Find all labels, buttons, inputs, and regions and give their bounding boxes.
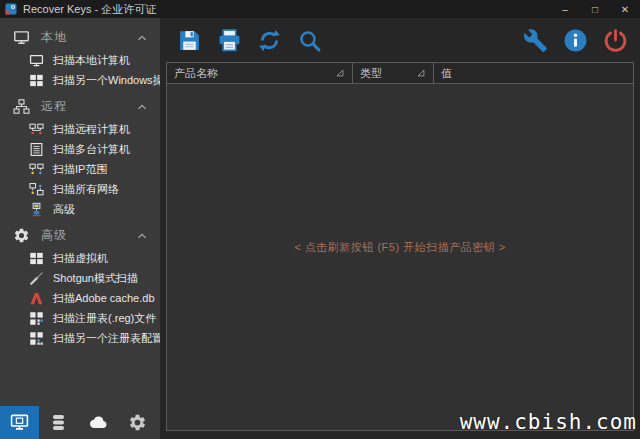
shotgun-icon: [29, 271, 44, 286]
column-label: 值: [441, 66, 452, 81]
cloud-icon: [89, 413, 108, 432]
settings-wrench-button[interactable]: [522, 27, 548, 53]
power-icon: [603, 28, 628, 53]
sidebar-item-shotgun-scan[interactable]: Shotgun模式扫描: [0, 268, 160, 288]
sidebar-item-label: 扫描远程计算机: [53, 122, 130, 137]
sidebar-item-label: 高级: [53, 202, 75, 217]
sidebar-item-label: Shotgun模式扫描: [53, 271, 138, 286]
sidebar-item-label: 扫描所有网络: [53, 182, 119, 197]
window-title: Recover Keys - 企业许可证: [23, 2, 156, 17]
all-networks-icon: [29, 182, 44, 197]
sidebar-section-remote: 远程 扫描远程计算机 扫描多台计算机: [0, 94, 160, 219]
titlebar: Recover Keys - 企业许可证 – □ ✕: [0, 0, 640, 18]
monitor-icon: [29, 53, 44, 68]
empty-state-message: < 点击刷新按钮 (F5) 开始扫描产品密钥 >: [167, 240, 633, 255]
wrench-icon: [523, 28, 548, 53]
column-label: 类型: [360, 66, 382, 81]
database-icon: [49, 413, 68, 432]
app-window: Recover Keys - 企业许可证 – □ ✕ 本地: [0, 0, 640, 439]
sidebar-item-remote-advanced[interactable]: 高级: [0, 199, 160, 219]
tab-local-computer[interactable]: [0, 406, 39, 439]
chevron-up-icon[interactable]: [136, 101, 148, 113]
sidebar-item-scan-remote-computer[interactable]: 扫描远程计算机: [0, 119, 160, 139]
remote-computers-icon: [29, 122, 44, 137]
print-button[interactable]: [216, 27, 242, 53]
exit-button[interactable]: [602, 27, 628, 53]
sidebar-item-scan-local-computer[interactable]: 扫描本地计算机: [0, 50, 160, 70]
watermark-text: www.cbish.com: [460, 410, 637, 434]
registry-hive-icon: [29, 331, 44, 346]
tab-database[interactable]: [39, 406, 78, 439]
search-button[interactable]: [296, 27, 322, 53]
sidebar: 本地 扫描本地计算机 扫描另一个Windows操作系统: [0, 18, 160, 439]
sidebar-item-scan-registry-file[interactable]: 扫描注册表(.reg)文件: [0, 308, 160, 328]
sidebar-item-label: 扫描Adobe cache.db: [53, 291, 155, 306]
sort-icon: [335, 68, 345, 78]
network-nodes-icon: [13, 98, 30, 115]
gear-icon: [13, 227, 30, 244]
tab-settings[interactable]: [118, 406, 157, 439]
refresh-icon: [257, 28, 282, 53]
sidebar-item-label: 扫描多台计算机: [53, 142, 130, 157]
ip-range-icon: [29, 162, 44, 177]
sidebar-item-label: 扫描虚拟机: [53, 251, 108, 266]
sidebar-item-scan-ip-range[interactable]: 扫描IP范围: [0, 159, 160, 179]
registry-file-icon: [29, 311, 44, 326]
computer-monitor-icon: [10, 413, 29, 432]
main-panel: 产品名称 类型 值 <: [160, 18, 640, 439]
column-header-value[interactable]: 值: [434, 63, 633, 83]
refresh-button[interactable]: [256, 27, 282, 53]
network-advanced-icon: [29, 202, 44, 217]
sidebar-section-local: 本地 扫描本地计算机 扫描另一个Windows操作系统: [0, 25, 160, 90]
section-label: 本地: [41, 29, 67, 46]
tab-cloud[interactable]: [79, 406, 118, 439]
window-controls: – □ ✕: [550, 0, 640, 18]
section-header-advanced[interactable]: 高级: [0, 223, 160, 248]
chevron-up-icon[interactable]: [136, 32, 148, 44]
close-button[interactable]: ✕: [610, 0, 640, 18]
print-icon: [217, 28, 242, 53]
sidebar-item-label: 扫描本地计算机: [53, 53, 130, 68]
sidebar-item-scan-other-windows-os[interactable]: 扫描另一个Windows操作系统: [0, 70, 160, 90]
column-header-product-name[interactable]: 产品名称: [167, 63, 353, 83]
info-icon: [563, 28, 588, 53]
sidebar-section-advanced: 高级 扫描虚拟机 Shotgun模式扫描: [0, 223, 160, 348]
sidebar-item-scan-virtual-machine[interactable]: 扫描虚拟机: [0, 248, 160, 268]
app-logo-icon: [5, 3, 17, 15]
sidebar-item-label: 扫描另一个Windows操作系统: [53, 73, 160, 88]
chevron-up-icon[interactable]: [136, 230, 148, 242]
windows-logo-icon: [29, 73, 44, 88]
table-header-row: 产品名称 类型 值: [167, 63, 633, 84]
sidebar-item-label: 扫描注册表(.reg)文件: [53, 311, 156, 326]
sidebar-item-label: 扫描IP范围: [53, 162, 107, 177]
sidebar-item-label: 扫描另一个注册表配置单元: [53, 331, 160, 346]
info-button[interactable]: [562, 27, 588, 53]
section-label: 高级: [41, 227, 67, 244]
windows-logo-icon: [29, 251, 44, 266]
sidebar-item-scan-all-networks[interactable]: 扫描所有网络: [0, 179, 160, 199]
minimize-button[interactable]: –: [550, 0, 580, 18]
bottom-tab-bar: [0, 406, 160, 439]
save-icon: [177, 28, 202, 53]
section-header-remote[interactable]: 远程: [0, 94, 160, 119]
sort-icon: [416, 68, 426, 78]
adobe-icon: [29, 291, 44, 306]
settings-gear-icon: [128, 413, 147, 432]
toolbar: [160, 18, 640, 62]
sidebar-item-scan-multiple-computers[interactable]: 扫描多台计算机: [0, 139, 160, 159]
sidebar-item-scan-registry-hive[interactable]: 扫描另一个注册表配置单元: [0, 328, 160, 348]
column-header-type[interactable]: 类型: [353, 63, 434, 83]
results-table: 产品名称 类型 值 <: [166, 62, 634, 431]
sidebar-item-scan-adobe-cache[interactable]: 扫描Adobe cache.db: [0, 288, 160, 308]
save-button[interactable]: [176, 27, 202, 53]
maximize-button[interactable]: □: [580, 0, 610, 18]
monitor-icon: [13, 29, 30, 46]
search-icon: [297, 28, 322, 53]
table-body: < 点击刷新按钮 (F5) 开始扫描产品密钥 >: [167, 84, 633, 430]
section-label: 远程: [41, 98, 67, 115]
computer-list-icon: [29, 142, 44, 157]
column-label: 产品名称: [174, 66, 218, 81]
section-header-local[interactable]: 本地: [0, 25, 160, 50]
